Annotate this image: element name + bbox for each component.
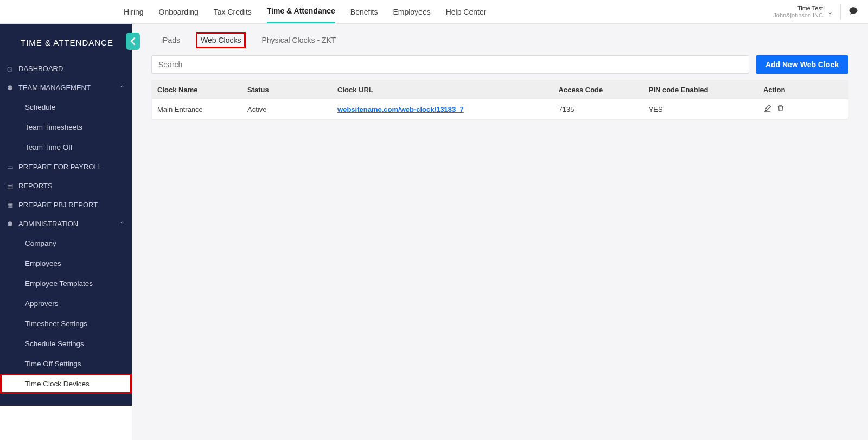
- pbj-icon: ▦: [4, 201, 15, 209]
- search-input[interactable]: [151, 55, 749, 74]
- table-row: Main Entrance Active websitename.com/web…: [152, 99, 848, 119]
- sidebar-timesheet-settings[interactable]: Timesheet Settings: [0, 314, 132, 334]
- sidebar-pbj-report[interactable]: ▦ PREPARE PBJ REPORT: [0, 195, 132, 214]
- user-name: Time Test: [773, 5, 823, 12]
- sidebar-team-management[interactable]: ⚉ TEAM MANAGEMENT ⌃: [0, 78, 132, 97]
- sidebar-employees[interactable]: Employees: [0, 253, 132, 273]
- sidebar-item-label: Team Timesheets: [25, 123, 82, 131]
- clocks-table: Clock Name Status Clock URL Access Code …: [151, 80, 848, 120]
- device-tabs: iPads Web Clocks Physical Clocks - ZKT: [132, 24, 868, 48]
- payroll-icon: ▭: [4, 163, 15, 171]
- sidebar-prepare-payroll[interactable]: ▭ PREPARE FOR PAYROLL: [0, 157, 132, 176]
- sidebar-item-label: REPORTS: [18, 182, 53, 190]
- chevron-down-icon[interactable]: ⌄: [827, 8, 833, 16]
- nav-time-attendance[interactable]: Time & Attendance: [267, 0, 335, 23]
- sidebar-time-off-settings[interactable]: Time Off Settings: [0, 354, 132, 374]
- col-pin-enabled: PIN code Enabled: [643, 81, 758, 99]
- sidebar-item-label: Time Off Settings: [25, 360, 81, 368]
- add-web-clock-button[interactable]: Add New Web Clock: [756, 55, 848, 74]
- sidebar-title: TIME & ATTENDANCE: [0, 24, 132, 59]
- sidebar-item-label: ADMINISTRATION: [18, 220, 78, 228]
- sidebar-approvers[interactable]: Approvers: [0, 294, 132, 314]
- sidebar-time-clock-devices[interactable]: Time Clock Devices: [0, 374, 132, 394]
- chevron-up-icon: ⌃: [120, 85, 124, 91]
- sidebar-item-label: Team Time Off: [25, 143, 73, 151]
- sidebar-item-label: PREPARE FOR PAYROLL: [18, 163, 102, 171]
- sidebar-item-label: Schedule: [25, 103, 55, 111]
- sidebar-item-label: TEAM MANAGEMENT: [18, 84, 91, 92]
- cell-pin-enabled: YES: [643, 99, 758, 119]
- user-company: John&johnson INC: [773, 12, 823, 19]
- sidebar-dashboard[interactable]: ◷ DASHBOARD: [0, 59, 132, 78]
- sidebar-item-label: PREPARE PBJ REPORT: [18, 201, 98, 209]
- sidebar-item-label: Company: [25, 239, 56, 247]
- chat-icon[interactable]: [848, 6, 858, 18]
- tab-ipads[interactable]: iPads: [158, 34, 183, 47]
- col-clock-url: Clock URL: [332, 81, 553, 99]
- sidebar-item-label: Approvers: [25, 299, 59, 308]
- nav-tax-credits[interactable]: Tax Credits: [214, 1, 252, 23]
- divider: [840, 4, 841, 20]
- sidebar-team-timesheets[interactable]: Team Timesheets: [0, 117, 132, 137]
- chevron-up-icon: ⌃: [120, 221, 124, 227]
- team-icon: ⚉: [4, 84, 15, 92]
- clock-url-link[interactable]: websitename.com/web-clock/13183_7: [337, 105, 464, 113]
- user-menu[interactable]: Time Test John&johnson INC: [773, 5, 823, 19]
- sidebar-item-label: Employee Templates: [25, 279, 93, 288]
- sidebar-collapse-button[interactable]: [126, 33, 140, 50]
- tab-web-clocks[interactable]: Web Clocks: [197, 34, 244, 47]
- sidebar-schedule[interactable]: Schedule: [0, 97, 132, 117]
- main-content: iPads Web Clocks Physical Clocks - ZKT A…: [132, 24, 868, 440]
- sidebar-item-label: Schedule Settings: [25, 340, 84, 348]
- dashboard-icon: ◷: [4, 65, 15, 73]
- nav-onboarding[interactable]: Onboarding: [159, 1, 199, 23]
- nav-benefits[interactable]: Benefits: [350, 1, 378, 23]
- sidebar-reports[interactable]: ▤ REPORTS: [0, 176, 132, 195]
- sidebar: TIME & ATTENDANCE ◷ DASHBOARD ⚉ TEAM MAN…: [0, 24, 132, 406]
- sidebar-item-label: Timesheet Settings: [25, 320, 87, 328]
- sidebar-employee-templates[interactable]: Employee Templates: [0, 273, 132, 294]
- nav-help-center[interactable]: Help Center: [446, 1, 487, 23]
- sidebar-item-label: DASHBOARD: [18, 65, 63, 73]
- edit-icon[interactable]: [763, 104, 771, 114]
- sidebar-team-time-off[interactable]: Team Time Off: [0, 137, 132, 157]
- sidebar-schedule-settings[interactable]: Schedule Settings: [0, 334, 132, 354]
- sidebar-item-label: Time Clock Devices: [25, 380, 90, 388]
- col-status: Status: [242, 81, 332, 99]
- sidebar-item-label: Employees: [25, 259, 61, 267]
- admin-icon: ⚉: [4, 220, 15, 228]
- nav-employees[interactable]: Employees: [393, 1, 430, 23]
- cell-access-code: 7135: [553, 99, 643, 119]
- delete-icon[interactable]: [777, 104, 784, 114]
- sidebar-company[interactable]: Company: [0, 233, 132, 253]
- sidebar-administration[interactable]: ⚉ ADMINISTRATION ⌃: [0, 214, 132, 233]
- col-clock-name: Clock Name: [152, 81, 242, 99]
- cell-clock-name: Main Entrance: [152, 99, 242, 119]
- cell-status: Active: [242, 99, 332, 119]
- col-access-code: Access Code: [553, 81, 643, 99]
- top-nav: Hiring Onboarding Tax Credits Time & Att…: [0, 0, 868, 24]
- nav-hiring[interactable]: Hiring: [124, 1, 144, 23]
- col-action: Action: [758, 81, 848, 99]
- reports-icon: ▤: [4, 182, 15, 190]
- tab-physical-clocks[interactable]: Physical Clocks - ZKT: [258, 34, 339, 47]
